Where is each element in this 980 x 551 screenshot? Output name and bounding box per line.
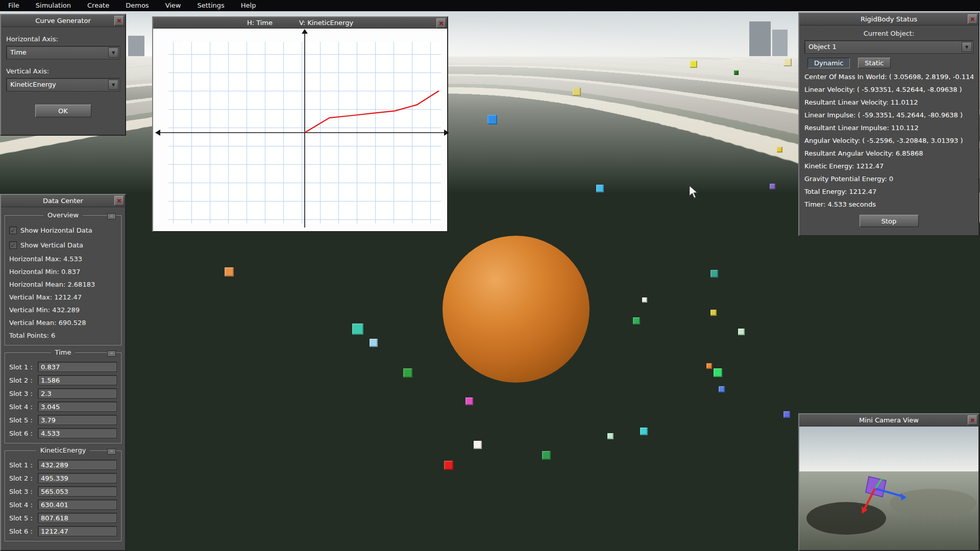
- tab-dynamic[interactable]: Dynamic: [807, 58, 850, 68]
- vertical-axis-dropdown[interactable]: KineticEnergy ▼: [6, 78, 120, 91]
- physics-cube: [710, 270, 718, 278]
- energy-slot-row: Slot 3 : 565.053: [9, 485, 117, 498]
- distant-block: [749, 21, 771, 59]
- resultant-linear-impulse-value: Resultant Linear Impulse: 110.112: [804, 121, 973, 134]
- physics-cube: [607, 433, 614, 439]
- graph-titlebar[interactable]: H: Time V: KineticEnergy ✖: [153, 17, 447, 29]
- collapse-icon[interactable]: ─: [107, 213, 116, 219]
- axis-arrow-right: [444, 130, 449, 136]
- mini-camera-titlebar[interactable]: Mini Camera View ✖: [799, 414, 978, 427]
- slot-label: Slot 6 :: [9, 528, 38, 535]
- gravity-potential-energy-value: Gravity Potential Energy: 0: [804, 172, 973, 185]
- slot-label: Slot 5 :: [9, 416, 38, 424]
- slot-label: Slot 3 :: [9, 390, 38, 397]
- graph-v-axis-title: V: KineticEnergy: [299, 19, 353, 27]
- physics-cube: [784, 59, 792, 66]
- slot-label: Slot 2 :: [9, 377, 38, 384]
- show-horizontal-checkbox[interactable]: ✓: [9, 227, 17, 234]
- physics-cube: [640, 428, 648, 435]
- kinetic-energy-group: KineticEnergy ─ Slot 1 : 432.289 Slot 2 …: [5, 450, 121, 541]
- physics-cube: [403, 368, 412, 378]
- slot-input[interactable]: 432.289: [38, 460, 117, 470]
- slot-input[interactable]: 630.401: [38, 499, 117, 510]
- physics-cube: [596, 185, 604, 192]
- slot-input[interactable]: 3.79: [38, 415, 117, 425]
- menu-item-view[interactable]: View: [157, 0, 189, 11]
- checkbox-label: Show Horizontal Data: [20, 227, 92, 234]
- center-of-mass-value: Center Of Mass In World: ( 3.05698, 2.81…: [804, 70, 973, 83]
- physics-cube: [465, 397, 473, 405]
- current-object-label: Current Object:: [804, 30, 973, 37]
- vertical-axis-value: KineticEnergy: [10, 81, 56, 88]
- kinetic-energy-value: Kinetic Energy: 1212.47: [804, 160, 973, 172]
- panel-title: Data Center: [43, 197, 83, 205]
- show-vertical-checkbox[interactable]: ✓: [9, 241, 17, 249]
- slot-input[interactable]: 3.045: [38, 402, 117, 412]
- axis-arrow-up: [302, 29, 308, 34]
- menu-item-create[interactable]: Create: [79, 0, 117, 11]
- slot-input[interactable]: 565.053: [38, 486, 117, 496]
- menu-bar: File Simulation Create Demos View Settin…: [0, 0, 980, 11]
- chevron-down-icon[interactable]: ▼: [108, 47, 118, 58]
- slot-input[interactable]: 0.837: [38, 362, 117, 372]
- collapse-icon[interactable]: ─: [107, 448, 116, 455]
- slot-input[interactable]: 2.3: [38, 388, 117, 398]
- physics-cube: [352, 323, 363, 335]
- slot-input[interactable]: 1.586: [38, 375, 117, 385]
- menu-item-demos[interactable]: Demos: [117, 0, 157, 11]
- physics-cube: [642, 297, 647, 303]
- close-icon[interactable]: ✖: [114, 16, 124, 26]
- stat-horizontal-max: Horizontal Max: 4.533: [9, 253, 117, 265]
- physics-cube: [777, 147, 782, 153]
- close-icon[interactable]: ✖: [968, 415, 977, 425]
- graph-axes: [153, 29, 449, 233]
- slot-input[interactable]: 4.533: [38, 428, 117, 438]
- curve-generator-panel: Curve Generator ✖ Horizontal Axis: Time …: [0, 14, 126, 136]
- physics-cube: [690, 61, 697, 68]
- tab-static[interactable]: Static: [858, 58, 890, 68]
- current-object-dropdown[interactable]: Object 1 ▼: [804, 40, 973, 54]
- horizontal-axis-dropdown[interactable]: Time ▼: [6, 46, 120, 59]
- panel-title: Curve Generator: [35, 17, 91, 24]
- menu-item-file[interactable]: File: [0, 0, 28, 11]
- total-energy-value: Total Energy: 1212.47: [804, 185, 973, 198]
- rigidbody-status-panel: RigidBody Status ✖ Current Object: Objec…: [798, 12, 979, 236]
- close-icon[interactable]: ✖: [114, 196, 124, 206]
- menu-item-help[interactable]: Help: [233, 0, 264, 11]
- group-title: Time: [51, 348, 76, 356]
- energy-slot-row: Slot 2 : 495.339: [9, 471, 117, 485]
- time-slot-row: Slot 4 : 3.045: [9, 400, 117, 413]
- physics-cube: [633, 317, 640, 324]
- slot-label: Slot 2 :: [9, 474, 38, 482]
- close-icon[interactable]: ✖: [436, 18, 446, 28]
- menu-item-settings[interactable]: Settings: [189, 0, 232, 11]
- mini-camera-view[interactable]: [799, 427, 978, 550]
- slot-input[interactable]: 495.339: [38, 473, 117, 483]
- timer-value: Timer: 4.533 seconds: [804, 198, 973, 211]
- menu-item-simulation[interactable]: Simulation: [28, 0, 79, 11]
- slot-input[interactable]: 1212.47: [38, 526, 117, 536]
- data-center-titlebar[interactable]: Data Center ✖: [1, 195, 125, 207]
- ok-button[interactable]: OK: [35, 105, 91, 117]
- slot-input[interactable]: 807.618: [38, 513, 117, 523]
- collapse-icon[interactable]: ─: [107, 350, 116, 357]
- close-icon[interactable]: ✖: [968, 14, 977, 24]
- panel-title: RigidBody Status: [861, 15, 917, 23]
- physics-cube: [706, 363, 712, 369]
- rigidbody-tabs: Dynamic Static: [807, 58, 973, 68]
- physics-cube: [738, 329, 745, 335]
- graph-body: [153, 29, 447, 231]
- data-center-panel: Data Center ✖ Overview ─ ✓ Show Horizont…: [0, 194, 126, 551]
- energy-slot-row: Slot 4 : 630.401: [9, 498, 117, 511]
- chevron-down-icon[interactable]: ▼: [108, 80, 118, 90]
- graph-window: H: Time V: KineticEnergy ✖: [152, 16, 448, 232]
- rigidbody-titlebar[interactable]: RigidBody Status ✖: [799, 13, 978, 26]
- physics-cube: [719, 386, 725, 392]
- stat-vertical-max: Vertical Max: 1212.47: [9, 291, 117, 304]
- curve-generator-titlebar[interactable]: Curve Generator ✖: [1, 15, 125, 27]
- time-slot-row: Slot 1 : 0.837: [9, 360, 117, 373]
- orange-sphere: [443, 236, 590, 383]
- physics-cube: [487, 115, 497, 124]
- stop-button[interactable]: Stop: [860, 215, 919, 227]
- chevron-down-icon[interactable]: ▼: [962, 42, 972, 52]
